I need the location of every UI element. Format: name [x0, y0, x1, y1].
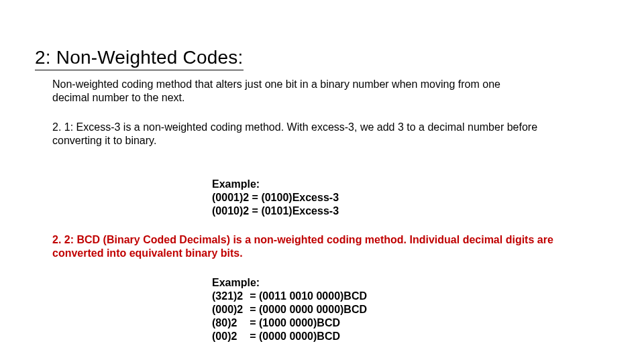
subsection-2-2: 2. 2: BCD (Binary Coded Decimals) is a n… [52, 233, 596, 260]
example-2-lhs: (80)2 [212, 316, 246, 330]
slide: 2: Non-Weighted Codes: Non-weighted codi… [0, 0, 644, 362]
example-2: Example: (321)2 = (0011 0010 0000)BCD (0… [212, 276, 368, 343]
example-2-lhs: (000)2 [212, 303, 246, 316]
example-1-line-1: (0001)2 = (0100)Excess-3 [212, 191, 339, 204]
table-row: (000)2 = (0000 0000 0000)BCD [212, 303, 368, 316]
example-1-line-2: (0010)2 = (0101)Excess-3 [212, 204, 339, 218]
section-heading: 2: Non-Weighted Codes: [35, 47, 244, 70]
example-2-title: Example: [212, 276, 368, 290]
example-2-lhs: (321)2 [212, 290, 246, 303]
table-row: (321)2 = (0011 0010 0000)BCD [212, 290, 368, 303]
example-2-rhs: = (0000 0000 0000)BCD [246, 303, 368, 316]
example-2-rhs: = (0011 0010 0000)BCD [246, 290, 368, 303]
table-row: (00)2 = (0000 0000)BCD [212, 330, 368, 343]
intro-paragraph: Non-weighted coding method that alters j… [52, 78, 522, 105]
subsection-2-1: 2. 1: Excess-3 is a non-weighted coding … [52, 121, 582, 147]
example-2-lhs: (00)2 [212, 330, 246, 343]
example-2-rhs: = (1000 0000)BCD [246, 316, 368, 330]
example-2-table: (321)2 = (0011 0010 0000)BCD (000)2 = (0… [212, 290, 368, 343]
example-1-title: Example: [212, 178, 339, 191]
example-2-rhs: = (0000 0000)BCD [246, 330, 368, 343]
example-1: Example: (0001)2 = (0100)Excess-3 (0010)… [212, 178, 339, 218]
table-row: (80)2 = (1000 0000)BCD [212, 316, 368, 330]
